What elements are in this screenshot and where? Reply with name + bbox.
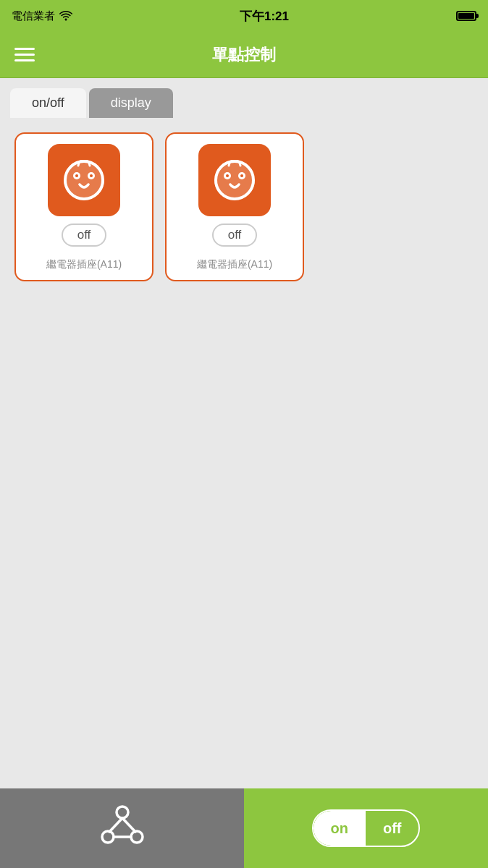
svg-point-14 xyxy=(131,831,143,843)
status-right xyxy=(456,11,476,21)
svg-point-13 xyxy=(102,831,114,843)
svg-line-16 xyxy=(122,818,135,832)
nav-bar: 單點控制 xyxy=(0,32,488,78)
relay-icon-2 xyxy=(209,154,261,206)
status-left: 電信業者 xyxy=(12,9,72,23)
battery-icon xyxy=(456,11,476,21)
device-status-2: off xyxy=(212,224,258,247)
svg-point-4 xyxy=(75,174,78,177)
carrier-label: 電信業者 xyxy=(12,9,55,23)
wifi-icon xyxy=(59,11,72,21)
svg-line-15 xyxy=(109,818,122,832)
bottom-left xyxy=(0,788,244,868)
share-icon[interactable] xyxy=(99,804,146,853)
nav-title: 單點控制 xyxy=(212,44,276,66)
relay-icon-1 xyxy=(58,154,110,206)
hamburger-button[interactable] xyxy=(14,48,35,61)
svg-point-12 xyxy=(117,807,128,818)
toggle-on-button[interactable]: on xyxy=(314,811,366,846)
toggle-off-button[interactable]: off xyxy=(366,811,419,846)
on-off-toggle[interactable]: on off xyxy=(312,809,421,847)
bottom-bar: on off xyxy=(0,788,488,868)
main-content: off 繼電器插座(A11) off 繼電器插座(A11) xyxy=(0,118,488,296)
svg-point-5 xyxy=(90,174,93,177)
svg-point-10 xyxy=(226,174,229,177)
status-bar: 電信業者 下午1:21 xyxy=(0,0,488,32)
device-card-2[interactable]: off 繼電器插座(A11) xyxy=(165,132,304,281)
status-time: 下午1:21 xyxy=(240,8,289,25)
device-card-1[interactable]: off 繼電器插座(A11) xyxy=(14,132,153,281)
hamburger-line-3 xyxy=(14,59,35,61)
bottom-right: on off xyxy=(244,788,488,868)
battery-fill xyxy=(458,13,474,19)
device-icon-bg-2 xyxy=(198,144,271,216)
device-status-1: off xyxy=(62,224,107,247)
hamburger-line-2 xyxy=(14,54,35,56)
hamburger-line-1 xyxy=(14,48,35,50)
tab-display[interactable]: display xyxy=(89,88,173,118)
device-name-2: 繼電器插座(A11) xyxy=(197,258,272,271)
svg-point-11 xyxy=(240,174,243,177)
device-icon-bg-1 xyxy=(48,144,120,216)
tabs-container: on/off display xyxy=(0,78,488,118)
device-name-1: 繼電器插座(A11) xyxy=(46,258,122,271)
tab-onoff[interactable]: on/off xyxy=(10,88,86,118)
